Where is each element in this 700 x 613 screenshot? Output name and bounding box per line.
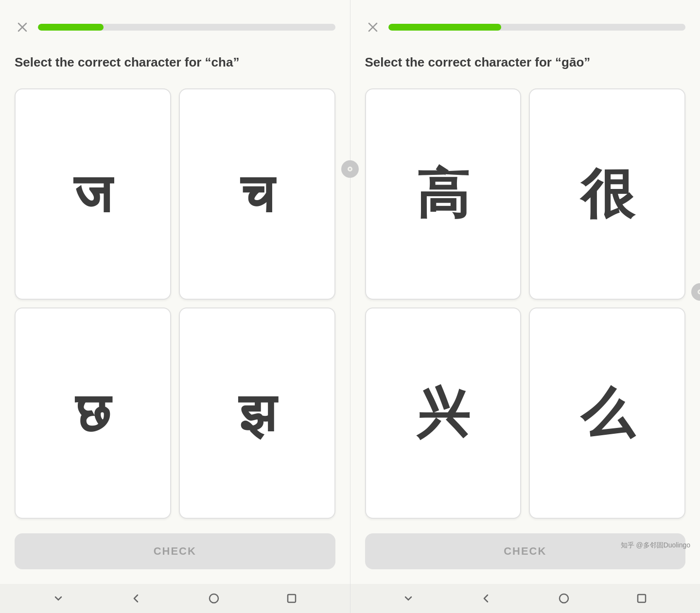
square-icon-right[interactable] [634,591,649,606]
chevron-down-icon-left[interactable] [51,591,66,606]
watermark: 知乎 @多邻固Duolingo [621,541,690,550]
char-text-right-3: 么 [580,386,634,440]
question-left: Select the correct character for “cha” [15,54,335,71]
char-text-right-2: 兴 [416,386,470,440]
char-text-left-1: च [241,167,274,221]
back-arrow-icon-left[interactable] [128,591,144,606]
home-circle-icon-left[interactable] [206,591,222,606]
char-text-right-0: 高 [416,167,470,221]
bottom-nav [0,584,700,613]
question-right: Select the correct character for “gāo” [365,54,686,71]
char-text-left-3: झ [239,386,276,440]
close-button-left[interactable] [15,19,30,35]
progress-fill-right [388,24,501,31]
bottom-nav-left [0,584,350,613]
bottom-nav-right [350,584,700,613]
char-card-left-2[interactable]: छ [15,307,171,519]
home-circle-icon-right[interactable] [556,591,572,606]
svg-point-10 [210,594,218,603]
char-card-right-3[interactable]: 么 [529,307,685,519]
svg-rect-13 [638,595,646,602]
char-text-left-0: ज [74,167,111,221]
char-grid-left: ज च छ झ [15,88,335,519]
scroll-indicator-right [691,283,700,301]
svg-point-12 [560,594,568,603]
char-card-right-1[interactable]: 很 [529,88,685,300]
char-card-right-0[interactable]: 高 [365,88,522,300]
char-text-right-1: 很 [580,167,634,221]
svg-rect-11 [288,595,296,602]
progress-bar-right [388,24,686,31]
close-button-right[interactable] [365,19,381,35]
char-card-left-3[interactable]: झ [179,307,335,519]
char-grid-right: 高 很 兴 么 [365,88,686,519]
top-bar-right [365,19,686,35]
square-icon-left[interactable] [284,591,299,606]
screen-left: Select the correct character for “cha” ज… [0,0,350,584]
screen-right: Select the correct character for “gāo” 高… [350,0,700,584]
char-card-left-1[interactable]: च [179,88,335,300]
progress-fill-left [38,24,104,31]
top-bar-left [15,19,335,35]
check-button-right[interactable]: CHECK [365,533,686,569]
char-text-left-2: छ [75,386,110,440]
svg-point-9 [349,168,351,170]
scroll-indicator-left [341,160,359,178]
chevron-down-icon-right[interactable] [401,591,416,606]
check-button-left[interactable]: CHECK [15,533,335,569]
char-card-left-0[interactable]: ज [15,88,171,300]
progress-bar-left [38,24,335,31]
char-card-right-2[interactable]: 兴 [365,307,522,519]
back-arrow-icon-right[interactable] [478,591,494,606]
